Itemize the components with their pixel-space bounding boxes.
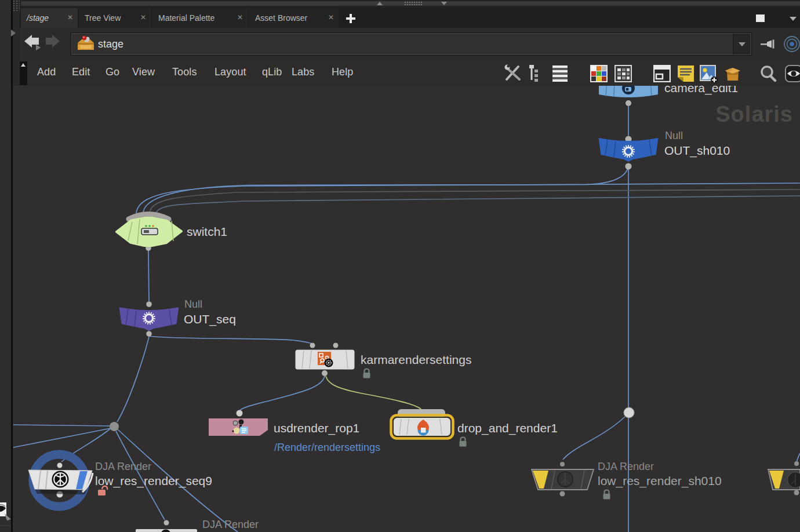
svg-text:low_res_render_sh010: low_res_render_sh010 [598,474,722,488]
svg-text:DJA Render: DJA Render [202,519,259,530]
svg-text:usdrender_rop1: usdrender_rop1 [274,421,359,435]
svg-text:DJA Render: DJA Render [598,461,654,472]
svg-text:OUT_seq: OUT_seq [184,312,236,326]
svg-text:Null: Null [184,298,202,310]
svg-text:karmarendersettings: karmarendersettings [361,353,471,366]
svg-text:drop_and_render1: drop_and_render1 [457,421,558,435]
svg-text:Null: Null [665,130,683,141]
svg-text:Solaris: Solaris [715,102,793,126]
svg-text:camera_edit1: camera_edit1 [664,86,738,95]
svg-text:low_res_render_seq9: low_res_render_seq9 [95,474,212,488]
svg-text:switch1: switch1 [187,225,227,238]
svg-text:DJA Render: DJA Render [95,461,151,472]
svg-text:/Render/rendersettings: /Render/rendersettings [274,442,380,453]
svg-text:OUT_sh010: OUT_sh010 [664,144,730,158]
